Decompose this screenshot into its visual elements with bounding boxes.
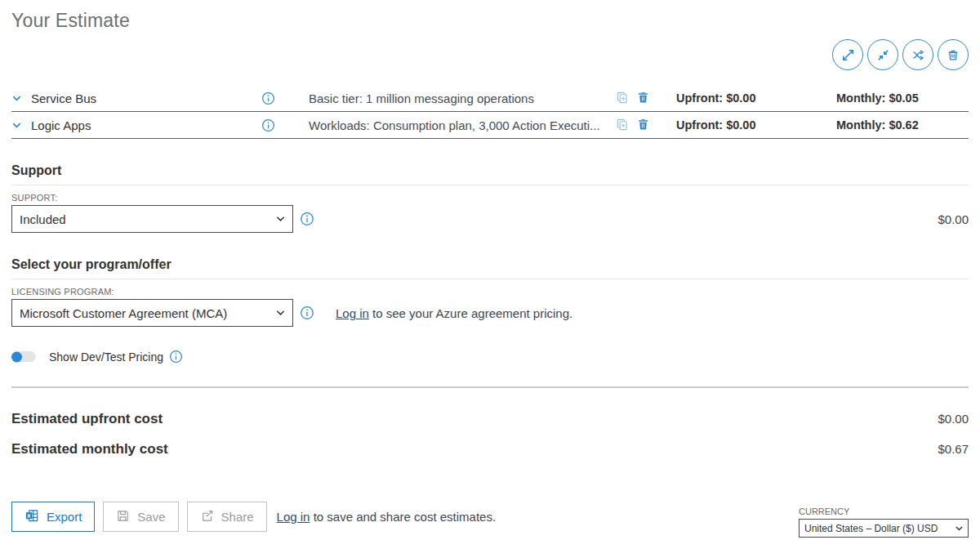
- delete-all-button[interactable]: [938, 39, 969, 70]
- toggle-knob: [11, 351, 22, 362]
- row-upfront-cost: Upfront: $0.00: [655, 91, 830, 105]
- service-row-header[interactable]: Logic Apps: [11, 118, 261, 132]
- devtest-toggle[interactable]: [11, 351, 36, 362]
- currency-block: CURRENCY United States – Dollar ($) USD: [799, 507, 969, 538]
- estimated-monthly-value: $0.67: [938, 442, 969, 456]
- expand-icon: [840, 47, 856, 63]
- info-icon[interactable]: [300, 306, 314, 320]
- footer-login-text: to save and share cost estimates.: [314, 510, 496, 524]
- estimated-upfront-label: Estimated upfront cost: [11, 411, 163, 427]
- save-button[interactable]: Save: [103, 502, 178, 532]
- currency-label: CURRENCY: [799, 507, 969, 516]
- licensing-program-select[interactable]: Microsoft Customer Agreement (MCA): [11, 299, 293, 327]
- agreement-login-sentence: Log in to see your Azure agreement prici…: [336, 306, 572, 320]
- login-link[interactable]: Log in: [277, 510, 310, 524]
- licensing-program-row: Microsoft Customer Agreement (MCA) Log i…: [11, 299, 969, 327]
- chevron-down-icon: [11, 93, 22, 104]
- info-icon[interactable]: [169, 350, 183, 364]
- upfront-label: Upfront:: [676, 118, 723, 132]
- shuffle-icon: [911, 47, 926, 63]
- support-field-label: SUPPORT:: [11, 193, 969, 203]
- agreement-login-text: to see your Azure agreement pricing.: [372, 306, 572, 320]
- monthly-label: Monthly:: [836, 118, 885, 132]
- trash-icon: [637, 118, 649, 133]
- collapse-all-button[interactable]: [867, 39, 898, 70]
- info-icon[interactable]: [300, 212, 314, 226]
- footer-actions: Export Save Share Log in to: [11, 502, 969, 532]
- duplicate-service-button[interactable]: [612, 91, 630, 106]
- program-section-heading: Select your program/offer: [11, 257, 969, 279]
- upfront-value: $0.00: [726, 118, 755, 132]
- currency-select[interactable]: United States – Dollar ($) USD: [799, 519, 969, 538]
- collapse-icon: [875, 47, 891, 63]
- upfront-value: $0.00: [726, 91, 755, 105]
- service-name: Logic Apps: [31, 118, 91, 132]
- estimate-page: Your Estimate: [0, 0, 980, 532]
- delete-service-button[interactable]: [630, 91, 655, 106]
- estimate-row-logic-apps: Logic Apps Workloads: Consumption plan, …: [11, 112, 969, 139]
- licensing-program-label: LICENSING PROGRAM:: [11, 287, 969, 297]
- duplicate-service-button[interactable]: [612, 118, 630, 133]
- monthly-value: $0.05: [889, 91, 918, 105]
- service-name: Service Bus: [31, 91, 96, 105]
- estimated-monthly-row: Estimated monthly cost $0.67: [11, 441, 969, 457]
- row-upfront-cost: Upfront: $0.00: [655, 118, 830, 132]
- monthly-value: $0.62: [889, 118, 918, 132]
- monthly-label: Monthly:: [836, 91, 885, 105]
- login-link[interactable]: Log in: [336, 306, 369, 320]
- share-label: Share: [221, 510, 254, 524]
- devtest-toggle-label: Show Dev/Test Pricing: [49, 350, 163, 364]
- excel-export-icon: [24, 508, 39, 525]
- expand-all-button[interactable]: [832, 39, 863, 70]
- trash-icon: [637, 91, 649, 106]
- estimated-monthly-label: Estimated monthly cost: [11, 441, 168, 457]
- support-select-wrap: Included: [11, 205, 293, 233]
- page-title: Your Estimate: [11, 10, 969, 32]
- service-config-summary: Workloads: Consumption plan, 3,000 Actio…: [309, 118, 612, 132]
- info-icon[interactable]: [261, 118, 309, 132]
- estimate-row-service-bus: Service Bus Basic tier: 1 million messag…: [11, 85, 969, 112]
- trash-icon: [946, 47, 960, 62]
- save-icon: [116, 509, 130, 525]
- share-icon: [200, 509, 214, 525]
- support-section-heading: Support: [11, 163, 969, 185]
- shuffle-button[interactable]: [902, 39, 933, 70]
- licensing-program-select-wrap: Microsoft Customer Agreement (MCA): [11, 299, 293, 327]
- support-select[interactable]: Included: [11, 205, 293, 233]
- row-monthly-cost: Monthly: $0.62: [830, 118, 969, 132]
- estimated-upfront-row: Estimated upfront cost $0.00: [11, 411, 969, 427]
- estimated-upfront-value: $0.00: [938, 412, 969, 426]
- copy-icon: [616, 91, 628, 106]
- footer-login-sentence: Log in to save and share cost estimates.: [277, 510, 497, 524]
- delete-service-button[interactable]: [630, 118, 655, 133]
- export-label: Export: [47, 510, 82, 524]
- upfront-label: Upfront:: [676, 91, 723, 105]
- estimate-rows: Service Bus Basic tier: 1 million messag…: [11, 85, 969, 139]
- copy-icon: [616, 118, 628, 133]
- info-icon[interactable]: [261, 91, 309, 105]
- service-config-summary: Basic tier: 1 million messaging operatio…: [309, 91, 612, 105]
- support-field-row: Included $0.00: [11, 205, 969, 233]
- save-label: Save: [137, 510, 165, 524]
- totals-divider: [11, 386, 969, 388]
- export-button[interactable]: Export: [11, 502, 95, 532]
- share-button[interactable]: Share: [187, 502, 267, 532]
- service-row-header[interactable]: Service Bus: [11, 91, 261, 105]
- estimate-toolbar: [11, 38, 969, 71]
- chevron-down-icon: [11, 120, 22, 131]
- row-monthly-cost: Monthly: $0.05: [830, 91, 969, 105]
- support-amount: $0.00: [938, 212, 969, 226]
- devtest-toggle-row: Show Dev/Test Pricing: [11, 350, 969, 364]
- currency-select-wrap: United States – Dollar ($) USD: [799, 519, 969, 538]
